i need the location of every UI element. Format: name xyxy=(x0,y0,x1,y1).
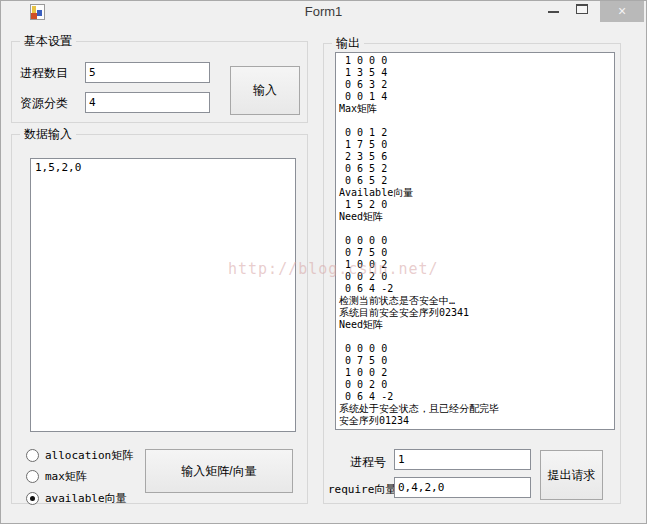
process-id-label: 进程号 xyxy=(350,455,386,469)
minimize-icon xyxy=(548,11,559,13)
groupbox-data-input: 数据输入 1,5,2,0 allocation矩阵 max矩阵 availabl… xyxy=(11,134,308,504)
radio-allocation-matrix[interactable]: allocation矩阵 xyxy=(26,447,133,463)
resource-class-label: 资源分类 xyxy=(20,96,68,110)
form-window: Form1 × 基本设置 进程数目 资源分类 输入 数据输入 1,5,2,0 a… xyxy=(0,0,647,524)
groupbox-output: 输出 1 0 0 0 1 3 5 4 0 6 3 2 0 0 1 4 Max矩阵… xyxy=(323,43,621,504)
title-bar[interactable]: Form1 × xyxy=(1,1,646,23)
groupbox-output-title: 输出 xyxy=(332,36,364,50)
groupbox-basic-settings: 基本设置 进程数目 资源分类 输入 xyxy=(11,41,308,123)
minimize-button[interactable] xyxy=(544,1,566,22)
input-matrix-vector-button[interactable]: 输入矩阵/向量 xyxy=(145,449,293,493)
radio-max-matrix[interactable]: max矩阵 xyxy=(26,468,87,484)
maximize-icon xyxy=(576,4,588,14)
require-vector-label: require向量 xyxy=(328,483,396,497)
radio-available-vector-label[interactable]: available向量 xyxy=(45,491,127,506)
input-button[interactable]: 输入 xyxy=(230,66,300,115)
radio-button-icon[interactable] xyxy=(26,449,39,462)
data-input-textarea[interactable]: 1,5,2,0 xyxy=(30,158,296,432)
radio-available-vector[interactable]: available向量 xyxy=(26,490,127,506)
close-icon: × xyxy=(618,3,626,19)
process-id-input[interactable] xyxy=(394,449,531,470)
submit-request-button[interactable]: 提出请求 xyxy=(540,450,603,500)
radio-button-icon[interactable] xyxy=(26,470,39,483)
radio-allocation-matrix-label[interactable]: allocation矩阵 xyxy=(45,448,133,463)
maximize-button[interactable] xyxy=(572,1,596,22)
output-textbox[interactable]: 1 0 0 0 1 3 5 4 0 6 3 2 0 0 1 4 Max矩阵 0 … xyxy=(335,52,615,430)
radio-button-selected-icon[interactable] xyxy=(26,492,39,505)
process-count-label: 进程数目 xyxy=(20,66,68,80)
close-button[interactable]: × xyxy=(600,1,644,22)
process-count-input[interactable] xyxy=(85,62,210,83)
resource-class-input[interactable] xyxy=(85,92,210,113)
groupbox-data-input-title: 数据输入 xyxy=(20,127,76,141)
require-vector-input[interactable] xyxy=(394,477,531,498)
groupbox-basic-settings-title: 基本设置 xyxy=(20,34,76,48)
radio-max-matrix-label[interactable]: max矩阵 xyxy=(45,469,87,484)
